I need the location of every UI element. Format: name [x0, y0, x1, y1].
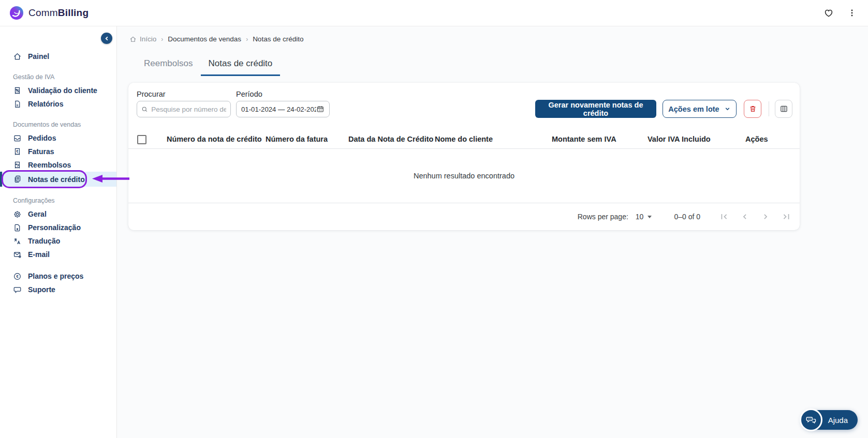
sidebar-item-notas-de-credito[interactable]: Notas de crédito	[0, 172, 116, 187]
sidebar-section-gestao-iva: Gestão de IVA	[0, 70, 116, 84]
bulk-actions-label: Ações em lote	[668, 105, 719, 113]
vat-validation-icon	[13, 86, 22, 95]
support-icon	[13, 285, 22, 294]
previous-page-button[interactable]	[739, 210, 751, 223]
customize-icon	[13, 223, 22, 232]
empty-state: Nenhum resultado encontrado	[128, 149, 800, 203]
sidebar-item-label: Suporte	[28, 285, 55, 294]
sidebar-item-planos-e-precos[interactable]: € Planos e preços	[0, 269, 116, 283]
breadcrumb-home-icon	[129, 36, 137, 43]
sidebar-item-personalizacao[interactable]: Personalização	[0, 221, 116, 234]
sidebar-item-faturas[interactable]: € Faturas	[0, 145, 116, 158]
toolbar-divider	[769, 101, 769, 116]
sidebar-section-configuracoes: Configurações	[0, 194, 116, 207]
invoice-icon: €	[13, 147, 22, 156]
heart-icon	[823, 8, 834, 18]
logo: CommBilling	[9, 6, 89, 20]
period-value: 01-01-2024 — 24-02-202	[241, 105, 316, 113]
trash-icon	[748, 104, 757, 113]
column-header-numero-nota: Número da nota de crédito	[167, 135, 262, 143]
breadcrumb-separator: ›	[161, 36, 163, 43]
tab-notas-de-credito[interactable]: Notas de crédito	[201, 55, 281, 76]
period-input[interactable]: 01-01-2024 — 24-02-202	[236, 101, 330, 117]
sidebar-item-suporte[interactable]: Suporte	[0, 283, 116, 296]
columns-icon	[779, 104, 788, 113]
rows-per-page-label: Rows per page:	[578, 213, 628, 221]
sidebar-section-documentos-vendas: Documentos de vendas	[0, 118, 116, 131]
first-page-button[interactable]	[718, 210, 730, 223]
logo-text-bold: Billing	[58, 7, 89, 18]
sidebar-item-label: Planos e preços	[28, 272, 83, 280]
caret-down-icon	[647, 214, 652, 219]
sidebar-collapse-button[interactable]	[101, 33, 112, 44]
delete-button[interactable]	[744, 100, 761, 118]
rows-per-page-select[interactable]: 10	[636, 213, 653, 221]
last-page-button[interactable]	[780, 210, 792, 223]
logo-text: CommBilling	[28, 7, 89, 19]
report-icon	[13, 100, 22, 109]
logo-icon	[9, 6, 24, 20]
pagination-bar: Rows per page: 10 0–0 of 0	[128, 203, 800, 230]
sidebar-item-label: Validação do cliente	[28, 86, 97, 95]
sidebar-item-label: Pedidos	[28, 134, 56, 142]
tab-reembolsos[interactable]: Reembolsos	[136, 55, 201, 76]
sidebar-item-label: Painel	[28, 52, 49, 61]
sidebar-item-label: Personalização	[28, 223, 81, 232]
next-page-button[interactable]	[759, 210, 772, 223]
bulk-actions-button[interactable]: Ações em lote	[663, 100, 737, 118]
column-header-numero-fatura: Número da fatura	[266, 135, 328, 143]
credit-note-icon	[13, 175, 22, 184]
column-header-data: Data da Nota de Crédito	[348, 135, 433, 143]
empty-state-message: Nenhum resultado encontrado	[414, 172, 514, 180]
breadcrumb-item-documentos-de-vendas[interactable]: Documentos de vendas	[168, 35, 241, 43]
breadcrumb-item-notas-de-credito: Notas de crédito	[253, 35, 303, 43]
column-header-acoes: Ações	[745, 135, 768, 143]
chevron-down-icon	[724, 105, 731, 112]
sidebar-item-traducao[interactable]: Tradução	[0, 234, 116, 248]
sidebar-item-label: Reembolsos	[28, 161, 71, 169]
email-icon	[13, 250, 22, 259]
column-header-nome-cliente: Nome do cliente	[435, 135, 493, 143]
svg-text:€: €	[16, 274, 19, 279]
pagination-range: 0–0 of 0	[674, 213, 700, 221]
sidebar-item-label: Geral	[28, 210, 47, 218]
top-bar: CommBilling	[0, 0, 868, 26]
help-label: Ajuda	[828, 416, 848, 425]
sidebar-item-painel[interactable]: Painel	[0, 50, 116, 63]
regenerate-credit-notes-button[interactable]: Gerar novamente notas de crédito	[535, 100, 656, 118]
sidebar-item-relatorios[interactable]: Relatórios	[0, 97, 116, 111]
orders-icon	[13, 134, 22, 143]
search-input[interactable]	[151, 105, 226, 113]
credit-notes-panel: Procurar Período 01-01-2024 — 24-02-202 …	[128, 83, 800, 230]
tab-bar: Reembolsos Notas de crédito	[136, 55, 868, 76]
sidebar-item-validacao-cliente[interactable]: Validação do cliente	[0, 84, 116, 97]
calendar-icon	[316, 105, 325, 113]
breadcrumb: Início › Documentos de vendas › Notas de…	[117, 26, 868, 43]
search-box	[137, 101, 231, 117]
last-page-icon	[781, 212, 791, 222]
sidebar-item-label: Faturas	[28, 147, 54, 156]
logo-text-regular: Comm	[28, 7, 58, 18]
refund-icon	[13, 161, 22, 170]
help-button[interactable]: Ajuda	[802, 410, 858, 430]
sidebar-item-label: Notas de crédito	[28, 175, 85, 184]
breadcrumb-item-inicio[interactable]: Início	[129, 35, 156, 43]
sidebar: Painel Gestão de IVA Validação do client…	[0, 26, 117, 438]
sidebar-item-pedidos[interactable]: Pedidos	[0, 131, 116, 145]
column-settings-button[interactable]	[775, 100, 792, 118]
sidebar-item-geral[interactable]: Geral	[0, 207, 116, 221]
kebab-menu-icon	[847, 8, 857, 18]
gear-icon	[13, 210, 22, 219]
sidebar-item-reembolsos[interactable]: Reembolsos	[0, 158, 116, 172]
chat-bubbles-icon	[800, 409, 822, 431]
home-icon	[13, 52, 22, 61]
sidebar-item-label: E-mail	[28, 250, 50, 259]
tab-label: Notas de crédito	[209, 58, 273, 68]
select-all-checkbox[interactable]	[137, 135, 146, 144]
favorites-button[interactable]	[823, 8, 834, 18]
sidebar-item-email[interactable]: E-mail	[0, 248, 116, 261]
breadcrumb-label: Início	[140, 35, 156, 43]
main-content: Início › Documentos de vendas › Notas de…	[117, 26, 868, 438]
more-menu-button[interactable]	[847, 8, 857, 18]
tab-label: Reembolsos	[144, 58, 193, 68]
